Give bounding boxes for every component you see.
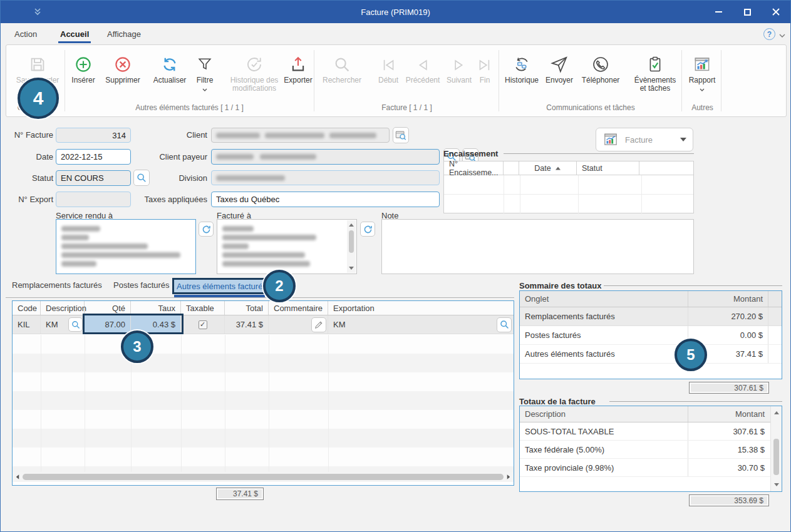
report-selector[interactable]: Facture [596, 128, 693, 151]
scroll-down-icon[interactable] [774, 483, 779, 486]
sommaire-col-montant[interactable]: Montant [688, 291, 768, 307]
totaux-row-label: SOUS-TOTAL TAXABLE [520, 422, 688, 440]
insert-button[interactable]: Insérer [68, 51, 99, 109]
report-button[interactable]: Rapport [685, 51, 719, 109]
facture-a-scrollbar[interactable] [347, 220, 356, 273]
encaissement-col-blank[interactable] [504, 161, 519, 175]
totaux-row[interactable]: Taxe fédérale (5.00%) 15.38 $ [520, 441, 782, 459]
help-icon[interactable]: ? [763, 28, 775, 40]
sommaire-row[interactable]: Postes facturés 0.00 $ [520, 326, 782, 345]
ribbon-group-autres-elements: Autres éléments facturés [ 1 / 1 ] [66, 103, 313, 112]
scroll-left-icon[interactable] [16, 474, 19, 479]
totaux-row-amount: 30.70 $ [688, 459, 770, 476]
scroll-up-icon[interactable] [774, 411, 779, 414]
window-title: Facture (PRIM019) [1, 8, 790, 17]
totaux-row[interactable]: SOUS-TOTAL TAXABLE 307.61 $ [520, 422, 782, 441]
scroll-thumb[interactable] [773, 439, 779, 475]
previous-record-button[interactable]: Précédent [402, 51, 443, 109]
scroll-thumb[interactable] [23, 474, 504, 480]
col-description[interactable]: Description [41, 301, 85, 315]
sommaire-col-onglet[interactable]: Onglet [520, 291, 688, 307]
maximize-button[interactable] [733, 1, 762, 23]
cell-total[interactable]: 37.41 $ [225, 315, 269, 334]
taxable-checkbox[interactable]: ✓ [199, 320, 207, 329]
history-modifications-button[interactable]: Historique des modifications [219, 51, 289, 109]
totaux-col-montant[interactable]: Montant [688, 406, 770, 422]
events-tasks-button[interactable]: Évènements et tâches [630, 51, 680, 109]
filter-button[interactable]: Filtre [192, 51, 218, 109]
col-taux[interactable]: Taux [131, 301, 181, 315]
col-commentaire[interactable]: Commentaire [269, 301, 328, 315]
app-icon[interactable] [33, 7, 42, 19]
phone-button[interactable]: Téléphoner [577, 51, 624, 109]
scroll-up-icon[interactable] [349, 223, 354, 227]
sommaire-row-label: Autres éléments facturés [520, 345, 688, 363]
annotation-badge-3: 3 [121, 330, 153, 363]
cell-qte[interactable]: 87.00 [85, 315, 131, 334]
cell-commentaire[interactable] [269, 315, 328, 334]
items-table-hscrollbar[interactable] [13, 472, 514, 482]
scroll-right-icon[interactable] [507, 474, 510, 479]
col-code[interactable]: Code [13, 301, 41, 315]
totaux-col-description[interactable]: Description [520, 406, 688, 422]
sommaire-col-blank[interactable] [768, 291, 782, 307]
facture-a-refresh-button[interactable] [360, 222, 375, 237]
encaissement-col-statut[interactable]: Statut [577, 161, 639, 175]
description-lookup-button[interactable] [68, 317, 83, 332]
date-field[interactable]: 2022-12-15 [56, 149, 131, 165]
search-button[interactable]: Rechercher [319, 51, 364, 109]
taxes-appliquees-field[interactable]: Taxes du Québec [211, 192, 440, 207]
service-rendu-refresh-button[interactable] [199, 222, 214, 237]
export-button[interactable]: Exporter [281, 51, 316, 109]
client-payeur-field[interactable] [211, 149, 440, 165]
no-facture-label: N° Facture [1, 130, 53, 140]
tab-remplacements-factures[interactable]: Remplacements facturés [12, 280, 102, 290]
scroll-thumb[interactable] [349, 230, 354, 253]
report-chart-icon [602, 131, 619, 148]
cell-exportation[interactable]: KM [328, 315, 514, 334]
delete-button[interactable]: Supprimer [100, 51, 145, 109]
encaissement-col-numero[interactable]: N° Encaisseme... [444, 161, 504, 175]
table-row[interactable]: KIL KM 87.00 0.43 $ ✓ 37.41 $ KM [13, 315, 514, 334]
col-taxable[interactable]: Taxable [181, 301, 225, 315]
col-total[interactable]: Total [225, 301, 269, 315]
col-exportation[interactable]: Exportation [328, 301, 514, 315]
redacted-text [260, 154, 316, 160]
close-button[interactable] [762, 1, 790, 23]
totaux-scrollbar[interactable] [770, 406, 782, 491]
encaissement-col-blank2[interactable] [639, 161, 693, 175]
last-record-button[interactable]: Fin [475, 51, 495, 109]
first-record-button[interactable]: Début [375, 51, 402, 109]
totaux-row[interactable]: Taxe provinciale (9.98%) 30.70 $ [520, 459, 782, 477]
collapse-ribbon-icon[interactable] [779, 31, 785, 40]
refresh-button[interactable]: Actualiser [149, 51, 190, 109]
statut-field[interactable]: EN COURS [56, 170, 131, 186]
redacted-text [216, 175, 285, 181]
menu-tab-accueil[interactable]: Accueil [60, 29, 89, 39]
sommaire-row[interactable]: Autres éléments facturés 37.41 $ [520, 345, 782, 364]
cell-description[interactable]: KM [41, 315, 85, 334]
communication-history-button[interactable]: Historique [502, 51, 541, 109]
cell-code[interactable]: KIL [13, 315, 41, 334]
send-button[interactable]: Envoyer [542, 51, 576, 109]
facture-a-field[interactable] [217, 219, 357, 274]
tab-autres-elements-factures[interactable]: Autres éléments facturés [172, 278, 271, 294]
no-export-field[interactable] [56, 192, 131, 207]
tab-postes-factures[interactable]: Postes facturés [113, 280, 170, 290]
note-field[interactable] [381, 219, 694, 274]
next-record-button[interactable]: Suivant [443, 51, 475, 109]
encaissement-title: Encaissement [443, 149, 498, 158]
service-rendu-field[interactable] [56, 219, 196, 274]
minimize-button[interactable] [704, 1, 733, 23]
col-qte[interactable]: Qté [85, 301, 131, 315]
phone-icon [591, 51, 610, 74]
cell-taxable[interactable]: ✓ [181, 315, 225, 334]
menu-tab-affichage[interactable]: Affichage [107, 29, 141, 39]
scroll-down-icon[interactable] [349, 267, 354, 270]
exportation-lookup-button[interactable] [497, 317, 512, 332]
encaissement-col-date[interactable]: Date [519, 161, 577, 175]
comment-edit-button[interactable] [311, 317, 326, 332]
sommaire-row[interactable]: Remplacements facturés 270.20 $ [520, 307, 782, 326]
menu-tab-action[interactable]: Action [14, 29, 37, 39]
client-browse-button[interactable] [393, 127, 409, 143]
